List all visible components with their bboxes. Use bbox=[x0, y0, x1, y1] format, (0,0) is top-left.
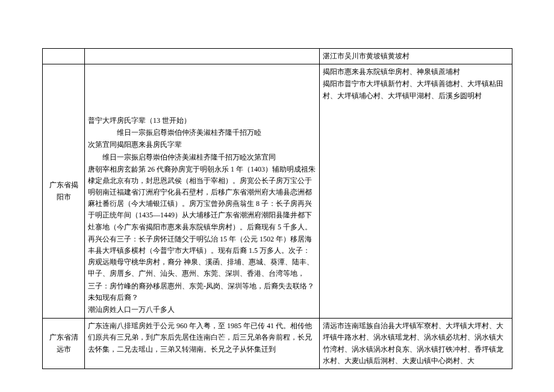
table-row: 湛江市吴川市黄坡镇黄坡村 bbox=[43, 49, 512, 64]
cell-description: 普宁大坪房氏字辈（13 世开始）维日一宗振启尊崇伯仲济美淑桂齐隆千招万睦次第宜同… bbox=[85, 64, 320, 319]
cell-region bbox=[43, 49, 85, 64]
text-line bbox=[88, 78, 316, 90]
cell-description: 广东连南八排瑶房姓于公元 960 年入粤，至 1985 年已传 41 代。相传他… bbox=[85, 319, 320, 369]
text-line: 普宁大坪房氏字辈（13 世开始） bbox=[88, 115, 316, 126]
text-line: 再兴公有三子：长子房怀迁随父于明弘治 15 年（公元 1502 年）移居海丰县大… bbox=[88, 234, 316, 280]
text-line: 揭阳市普宁市大坪镇新竹村、大坪镇善德村、大坪镇粘田村、大坪镇埔心村、大坪镇甲湖村… bbox=[323, 78, 509, 101]
cell-locations: 湛江市吴川市黄坡镇黄坡村 bbox=[320, 49, 512, 64]
text-line: 三子：房竹峰的裔孙移居惠州、东莞-凤岗、深圳等地，后裔失去联络？未知现有后裔？ bbox=[88, 281, 316, 303]
cell-locations: 清远市连南瑶族自治县大坪镇军寮村、大坪镇大坪村、大坪镇牛路水村、涡水镇瑶龙村、涡… bbox=[320, 319, 512, 369]
text-line: 维日一宗振启尊崇伯仲济美淑桂齐隆千招万睦 bbox=[88, 127, 316, 138]
table-row: 广东省揭阳市 普宁大坪房氏字辈（13 世开始）维日一宗振启尊崇伯仲济美淑桂齐隆千… bbox=[43, 64, 512, 319]
text-line bbox=[88, 91, 316, 102]
cell-locations: 揭阳市惠来县东院镇华房村、神泉镇蔗埔村揭阳市普宁市大坪镇新竹村、大坪镇善德村、大… bbox=[320, 64, 512, 319]
text-line: 维日一宗振启尊崇伯仲济美淑桂齐隆千招万睦次第宜同 bbox=[88, 152, 316, 163]
cell-region: 广东省揭阳市 bbox=[43, 64, 85, 319]
text-line bbox=[88, 103, 316, 114]
cell-description bbox=[85, 49, 320, 64]
table-row: 广东省清远市 广东连南八排瑶房姓于公元 960 年入粤，至 1985 年已传 4… bbox=[43, 319, 512, 369]
text-line: 次第宜同揭阳惠来县房氏字辈 bbox=[88, 139, 316, 151]
text-line: 揭阳市惠来县东院镇华房村、神泉镇蔗埔村 bbox=[323, 66, 509, 78]
text-line: 潮汕房姓人口一万八千多人 bbox=[88, 304, 316, 316]
cell-region: 广东省清远市 bbox=[43, 319, 85, 369]
text-line: 唐朝宰相房玄龄第 26 代裔孙房宽于明朝永乐 1 年（1403）辅助明成祖朱棣定… bbox=[88, 164, 316, 233]
text-line bbox=[88, 66, 316, 78]
genealogy-table: 湛江市吴川市黄坡镇黄坡村 广东省揭阳市 普宁大坪房氏字辈（13 世开始）维日一宗… bbox=[42, 48, 512, 369]
